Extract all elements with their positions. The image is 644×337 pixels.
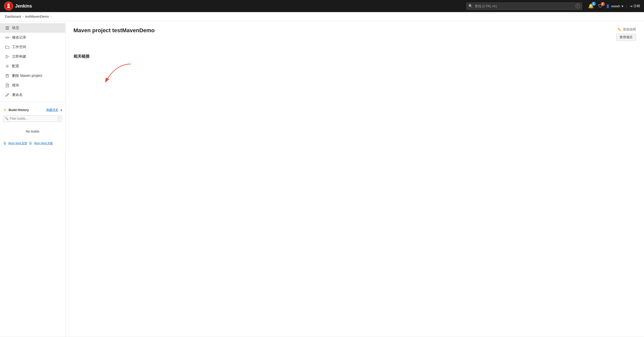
notifications-button[interactable]: 🔔 1 — [588, 3, 594, 9]
sidebar-build-label: 立即构建 — [12, 54, 26, 59]
svg-rect-6 — [6, 28, 9, 28]
breadcrumb: Dashboard › testMavenDemo › — [0, 12, 644, 21]
svg-point-10 — [7, 66, 8, 67]
build-history-badge[interactable]: 构建历史 — [46, 108, 58, 112]
sidebar-item-workspace[interactable]: 工作空间 — [0, 42, 65, 52]
sidebar-modules-label: 模块 — [12, 83, 19, 88]
sidebar-item-status[interactable]: 状态 — [0, 23, 65, 33]
svg-point-3 — [9, 5, 10, 5]
notifications-badge: 1 — [592, 2, 596, 6]
breadcrumb-project[interactable]: testMavenDemo — [25, 15, 49, 18]
sidebar-wrapper: 状态 修改记录 工作空间 — [0, 21, 65, 337]
no-builds-text: No builds — [0, 123, 65, 139]
build-filter-slash: / — [58, 116, 60, 121]
main-content: Maven project testMavenDemo ✏️ 添加说明 禁用项目… — [65, 21, 644, 337]
code-icon — [5, 35, 10, 40]
sidebar: 状态 修改记录 工作空间 — [0, 21, 65, 337]
play-icon — [5, 54, 10, 59]
sun-icon: ☀ — [3, 108, 7, 112]
gear-icon — [5, 64, 10, 69]
right-actions: ✏️ 添加说明 禁用项目 — [616, 27, 636, 41]
build-filter-container: 🔍 / — [3, 115, 62, 122]
build-filter-input[interactable] — [3, 115, 62, 122]
jenkins-logo-link[interactable]: Jenkins — [4, 2, 32, 11]
build-history-title: Build History — [9, 108, 44, 112]
disable-project-button[interactable]: 禁用项目 — [616, 34, 636, 41]
atom-feed-failed-link[interactable]: Atom feed 失败 — [34, 141, 53, 145]
logout-label: 注销 — [633, 4, 640, 8]
breadcrumb-sep-2: › — [51, 15, 52, 18]
svg-rect-7 — [6, 29, 9, 29]
atom-icon-1: 📡 — [3, 141, 7, 145]
sidebar-configure-label: 配置 — [12, 64, 19, 69]
atom-feed-all-link[interactable]: Atom feed 全部 — [8, 141, 27, 145]
search-input[interactable] — [466, 3, 582, 10]
svg-rect-5 — [6, 26, 9, 27]
sidebar-item-delete[interactable]: 删除 Maven project — [0, 71, 65, 81]
atom-feeds: 📡 Atom feed 全部 📡 Atom feed 失败 — [0, 139, 65, 147]
sidebar-item-modules[interactable]: 模块 — [0, 81, 65, 90]
security-button[interactable]: 🛡 2 — [598, 4, 603, 9]
related-links-section: 相关链接 — [73, 54, 636, 59]
svg-marker-9 — [6, 55, 9, 58]
page-title: Maven project testMavenDemo — [73, 27, 636, 34]
security-badge: 2 — [601, 2, 605, 6]
file-icon — [5, 83, 10, 88]
list-icon — [5, 26, 10, 30]
user-name: wwwh — [611, 4, 620, 8]
related-links-title: 相关链接 — [73, 54, 636, 59]
header-actions: 🔔 1 🛡 2 👤 wwwh ▾ ⇥ 注销 — [588, 3, 640, 9]
jenkins-title: Jenkins — [15, 4, 32, 9]
build-history-header: ☀ Build History 构建历史 ▾ — [0, 106, 65, 114]
main-layout: 状态 修改记录 工作空间 — [0, 21, 644, 337]
user-chevron-icon: ▾ — [622, 4, 623, 8]
sidebar-item-rename[interactable]: 重命名 — [0, 90, 65, 100]
atom-icon-2: 📡 — [29, 141, 32, 145]
sidebar-item-configure[interactable]: 配置 — [0, 61, 65, 71]
build-filter-search-icon: 🔍 — [5, 117, 9, 120]
main-header: Jenkins 🔍 ? 🔔 1 🛡 2 👤 wwwh ▾ ⇥ 注销 — [0, 0, 644, 12]
search-container: 🔍 ? — [466, 3, 582, 10]
svg-line-17 — [8, 94, 8, 94]
sidebar-rename-label: 重命名 — [12, 93, 23, 97]
logout-button[interactable]: ⇥ 注销 — [626, 4, 640, 8]
pencil-icon — [5, 93, 10, 97]
sidebar-item-build-now[interactable]: 立即构建 — [0, 52, 65, 61]
sidebar-delete-label: 删除 Maven project — [12, 74, 42, 78]
svg-rect-11 — [6, 75, 9, 77]
sidebar-item-changes[interactable]: 修改记录 — [0, 33, 65, 42]
jenkins-logo-icon — [4, 2, 13, 11]
svg-line-8 — [7, 36, 8, 39]
svg-point-2 — [8, 5, 8, 5]
add-description-link[interactable]: ✏️ 添加说明 — [618, 27, 636, 32]
search-icon: 🔍 — [468, 4, 473, 8]
breadcrumb-dashboard[interactable]: Dashboard — [5, 15, 21, 18]
build-history-chevron-icon[interactable]: ▾ — [60, 108, 62, 112]
breadcrumb-sep-1: › — [23, 15, 24, 18]
sidebar-status-label: 状态 — [12, 26, 19, 30]
sidebar-workspace-label: 工作空间 — [12, 45, 26, 49]
sidebar-changes-label: 修改记录 — [12, 35, 26, 40]
trash-icon — [5, 74, 10, 78]
user-icon: 👤 — [606, 4, 610, 8]
folder-icon — [5, 45, 10, 49]
svg-rect-4 — [7, 6, 10, 8]
logout-icon: ⇥ — [630, 4, 632, 8]
search-help-icon[interactable]: ? — [576, 4, 580, 8]
add-description-label: 添加说明 — [623, 27, 636, 32]
build-history-section: ☀ Build History 构建历史 ▾ 🔍 / No builds 📡 A… — [0, 102, 65, 147]
edit-icon: ✏️ — [618, 28, 622, 31]
user-menu[interactable]: 👤 wwwh ▾ — [606, 4, 623, 8]
annotation-arrow — [70, 61, 141, 92]
